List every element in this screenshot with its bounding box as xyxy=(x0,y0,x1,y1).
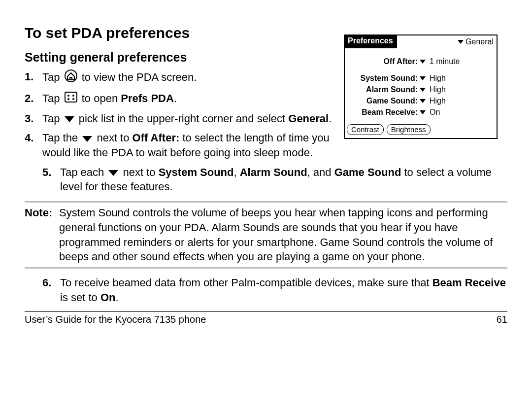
pda-screenshot: Preferences General Off After: 1 minute … xyxy=(344,34,498,139)
page-footer: User’s Guide for the Kyocera 7135 phone … xyxy=(25,311,507,325)
pda-button-row: Contrast Brightness xyxy=(345,121,497,138)
pda-row-off-after: Off After: 1 minute xyxy=(349,57,493,66)
svg-point-3 xyxy=(72,95,74,97)
pda-category-value: General xyxy=(466,37,494,46)
row-value: High xyxy=(428,85,493,94)
note-block: Note: System Sound controls the volume o… xyxy=(25,201,507,269)
step-3: 3. Tap pick list in the upper-right corn… xyxy=(25,111,335,126)
pda-body: Off After: 1 minute System Sound: High A… xyxy=(345,48,497,121)
step-4: 4. Tap the next to Off After: to select … xyxy=(25,131,335,160)
pda-title-label: Preferences xyxy=(345,35,397,48)
applications-icon xyxy=(65,92,77,106)
step-number: 6. xyxy=(42,275,60,305)
row-label: Alarm Sound: xyxy=(349,85,420,94)
step-number: 4. xyxy=(25,131,42,160)
pda-category-picker[interactable]: General xyxy=(458,37,497,46)
section-subtitle: Setting general preferences xyxy=(25,50,335,65)
step-text: Tap the next to Off After: to select the… xyxy=(42,131,335,160)
dropdown-triangle-icon[interactable] xyxy=(420,60,426,64)
dropdown-triangle-icon xyxy=(65,116,74,122)
dropdown-triangle-icon[interactable] xyxy=(420,76,426,80)
dropdown-triangle-icon xyxy=(82,136,92,142)
note-label: Note: xyxy=(25,206,59,264)
step-1: 1. Tap to view the PDA screen. xyxy=(25,69,335,86)
step-text: To receive beamed data from other Palm-c… xyxy=(60,275,507,305)
footer-left: User’s Guide for the Kyocera 7135 phone xyxy=(25,314,206,325)
svg-point-4 xyxy=(67,98,69,100)
step-number: 1. xyxy=(25,69,42,86)
pda-titlebar: Preferences General xyxy=(345,35,497,48)
pda-row-system-sound: System Sound: High xyxy=(349,74,493,83)
step-6: 6. To receive beamed data from other Pal… xyxy=(25,275,507,305)
step-text: Tap to open Prefs PDA. xyxy=(42,91,335,106)
footer-page-number: 61 xyxy=(497,314,507,325)
row-label: Game Sound: xyxy=(349,97,420,105)
step-text: Tap each next to System Sound, Alarm Sou… xyxy=(60,165,507,194)
step-number: 2. xyxy=(25,91,42,106)
row-value: On xyxy=(428,108,493,117)
steps-list-cont: 5. Tap each next to System Sound, Alarm … xyxy=(25,165,507,194)
row-label: Off After: xyxy=(349,57,420,66)
brightness-button[interactable]: Brightness xyxy=(387,124,431,135)
step-number: 5. xyxy=(42,165,60,194)
row-label: System Sound: xyxy=(349,74,420,83)
row-label: Beam Receive: xyxy=(349,108,420,117)
row-value: High xyxy=(428,97,493,105)
step-5: 5. Tap each next to System Sound, Alarm … xyxy=(42,165,507,194)
step-text: Tap pick list in the upper-right corner … xyxy=(42,111,335,126)
instructions-column: Setting general preferences 1. Tap to xyxy=(25,50,335,165)
dropdown-triangle-icon[interactable] xyxy=(420,88,426,92)
row-value: 1 minute xyxy=(428,57,493,66)
contrast-button[interactable]: Contrast xyxy=(347,124,384,135)
dropdown-triangle-icon xyxy=(458,40,464,44)
svg-point-5 xyxy=(72,98,74,100)
pda-row-beam-receive: Beam Receive: On xyxy=(349,108,493,117)
step-number: 3. xyxy=(25,111,42,126)
dropdown-triangle-icon[interactable] xyxy=(420,110,426,114)
svg-point-2 xyxy=(67,95,69,97)
pda-row-game-sound: Game Sound: High xyxy=(349,97,493,105)
dropdown-triangle-icon xyxy=(108,170,118,176)
pda-row-alarm-sound: Alarm Sound: High xyxy=(349,85,493,94)
home-icon xyxy=(65,69,77,86)
dropdown-triangle-icon[interactable] xyxy=(420,99,426,103)
steps-list: 1. Tap to view the PDA screen. xyxy=(25,69,335,160)
step-2: 2. Tap to open Prefs PDA. xyxy=(25,91,335,106)
note-text: System Sound controls the volume of beep… xyxy=(59,206,507,264)
row-value: High xyxy=(428,74,493,83)
step-text: Tap to view the PDA screen. xyxy=(42,69,335,86)
svg-rect-1 xyxy=(65,92,77,102)
